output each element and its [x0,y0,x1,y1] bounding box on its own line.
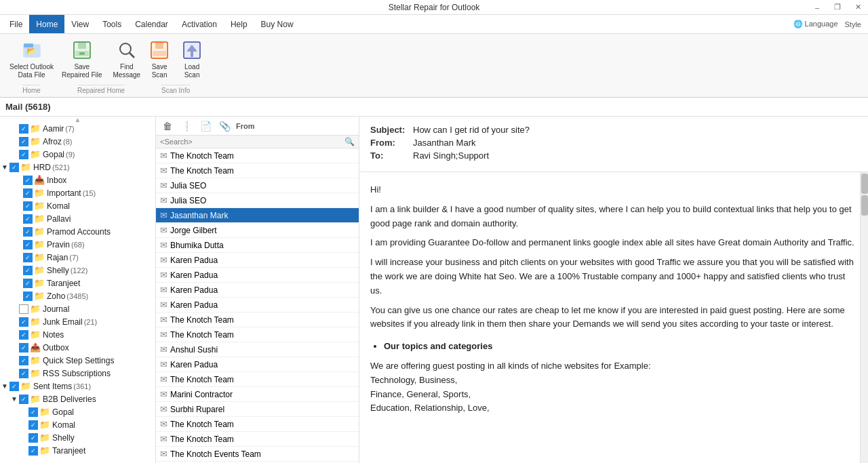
folder-checkbox-pramod[interactable] [23,227,33,237]
folder-checkbox-outbox[interactable] [19,343,28,353]
email-row-e15[interactable]: ✉Karen Padua [156,357,359,372]
folder-taranjeet[interactable]: 📁 Taranjeet [0,277,155,289]
email-row-e20[interactable]: ✉The Knotch Team [156,432,359,447]
folder-checkbox-gopal[interactable] [19,150,28,159]
folder-pravin[interactable]: 📁 Pravin (68) [0,238,155,251]
email-search-input[interactable] [160,138,344,146]
folder-checkbox-sent[interactable] [9,382,19,391]
email-row-e9[interactable]: ✉Karen Padua [156,268,359,283]
language-label[interactable]: 🌐 Language [793,20,838,28]
folder-gopal2[interactable]: 📁 Gopal [0,405,155,418]
folder-pramod[interactable]: 📁 Pramod Accounts [0,225,155,238]
email-row-e6[interactable]: ✉Jorge Gilbert [156,223,359,238]
email-row-e7[interactable]: ✉Bhumika Dutta [156,238,359,253]
flag-email-btn[interactable]: ❕ [179,119,194,134]
menu-calendar[interactable]: Calendar [128,15,175,33]
folder-komal2[interactable]: 📁 Komal [0,418,155,431]
folder-afroz[interactable]: 📁 Afroz (8) [0,135,155,148]
email-row-e2[interactable]: ✉The Knotch Team [156,163,359,178]
select-outlook-btn[interactable]: 📂 Select OutlookData File [5,37,58,82]
folder-checkbox-shelly2[interactable] [28,433,38,443]
menu-home[interactable]: Home [29,15,64,33]
folder-gopal[interactable]: 📁 Gopal (9) [0,148,155,161]
email-row-e17[interactable]: ✉Marini Contractor [156,387,359,402]
folder-checkbox-b2b[interactable] [19,395,28,404]
email-row-e5[interactable]: ✉Jasanthan Mark [156,208,359,223]
folder-quick-step[interactable]: 📁 Quick Step Settings [0,354,155,367]
folder-checkbox-shelly[interactable] [23,266,33,275]
email-row-e13[interactable]: ✉The Knotch Team [156,327,359,342]
restore-button[interactable]: ❐ [827,0,848,15]
folder-inbox[interactable]: 📥 Inbox [0,174,155,186]
folder-checkbox-rss[interactable] [19,369,28,378]
folder-outbox[interactable]: 📤 Outbox [0,341,155,354]
email-row-e4[interactable]: ✉Julia SEO [156,193,359,208]
menu-file[interactable]: File [3,15,29,33]
menu-buynow[interactable]: Buy Now [254,15,300,33]
folder-aamir[interactable]: 📁 Aamir (7) [0,122,155,135]
folder-checkbox-aamir[interactable] [19,124,28,134]
email-body-scrollbar[interactable] [860,172,868,463]
folder-junk[interactable]: 📁 Junk Email (21) [0,315,155,328]
folder-b2b[interactable]: ▼ 📁 B2B Deliveries [0,392,155,405]
save-scan-btn[interactable]: SaveScan [144,37,174,82]
close-button[interactable]: ✕ [848,0,868,15]
folder-checkbox-junk[interactable] [19,317,28,327]
load-scan-btn[interactable]: LoadScan [177,37,207,82]
folder-pallavi[interactable]: 📁 Pallavi [0,212,155,225]
email-search-bar[interactable]: 🔍 [156,136,359,148]
email-row-e11[interactable]: ✉Karen Padua [156,298,359,313]
folder-important[interactable]: 📁 Important (15) [0,186,155,199]
folder-checkbox-pallavi[interactable] [23,214,33,224]
folder-checkbox-taranjeet2[interactable] [28,446,38,456]
folder-checkbox-pravin[interactable] [23,240,33,249]
folder-checkbox-taranjeet[interactable] [23,279,33,288]
folder-checkbox-zoho[interactable] [23,291,33,301]
email-row-e8[interactable]: ✉Karen Padua [156,253,359,268]
folder-checkbox-notes[interactable] [19,330,28,340]
menu-view[interactable]: View [64,15,96,33]
paper-clip-btn[interactable]: 📎 [217,119,232,134]
delete-email-btn[interactable]: 🗑 [160,119,175,134]
folder-shelly[interactable]: 📁 Shelly (122) [0,264,155,277]
folder-checkbox-rajan[interactable] [23,253,33,262]
folder-sent[interactable]: ▼ 📁 Sent Items (361) [0,380,155,392]
folder-checkbox-hrd[interactable] [9,163,19,172]
menu-help[interactable]: Help [224,15,254,33]
email-row-e14[interactable]: ✉Anshul Sushi [156,342,359,357]
folder-checkbox-komal2[interactable] [28,420,38,430]
style-label[interactable]: Style [845,20,861,28]
find-message-btn[interactable]: FindMessage [109,37,145,82]
folder-checkbox-inbox[interactable] [23,176,33,185]
folder-zoho[interactable]: 📁 Zoho (3485) [0,289,155,302]
folder-notes[interactable]: 📁 Notes [0,328,155,341]
folder-hrd[interactable]: ▼ 📁 HRD (521) [0,161,155,174]
folder-taranjeet2[interactable]: 📁 Taranjeet [0,444,155,457]
email-row-e16[interactable]: ✉The Knotch Team [156,372,359,387]
email-row-e3[interactable]: ✉Julia SEO [156,178,359,193]
folder-checkbox-journal[interactable] [19,304,28,314]
email-row-e1[interactable]: ✉The Knotch Team [156,148,359,163]
email-row-e12[interactable]: ✉The Knotch Team [156,313,359,327]
menu-tools[interactable]: Tools [96,15,128,33]
email-row-e18[interactable]: ✉Surbhi Ruparel [156,402,359,417]
folder-checkbox-afroz[interactable] [19,137,28,146]
folder-checkbox-gopal2[interactable] [28,407,38,417]
folder-rss[interactable]: 📁 RSS Subscriptions [0,367,155,380]
folder-rajan[interactable]: 📁 Rajan (7) [0,251,155,264]
sidebar-scroll-up[interactable]: ▲ [0,117,155,122]
minimize-button[interactable]: – [807,0,827,15]
folder-checkbox-important[interactable] [23,188,33,198]
email-row-e10[interactable]: ✉Karen Padua [156,283,359,298]
folder-journal[interactable]: 📁 Journal [0,302,155,315]
email-row-e19[interactable]: ✉The Knotch Team [156,417,359,432]
folder-shelly2[interactable]: 📁 Shelly [0,431,155,444]
attachment-btn[interactable]: 📄 [198,119,213,134]
menu-activation[interactable]: Activation [175,15,224,33]
folder-checkbox-komal[interactable] [23,201,33,211]
folder-checkbox-quick-step[interactable] [19,356,28,365]
email-row-e21[interactable]: ✉The Knotch Events Team [156,447,359,462]
folder-komal[interactable]: 📁 Komal [0,199,155,212]
search-icon[interactable]: 🔍 [344,137,355,146]
save-repaired-btn[interactable]: SaveRepaired File [58,37,106,82]
